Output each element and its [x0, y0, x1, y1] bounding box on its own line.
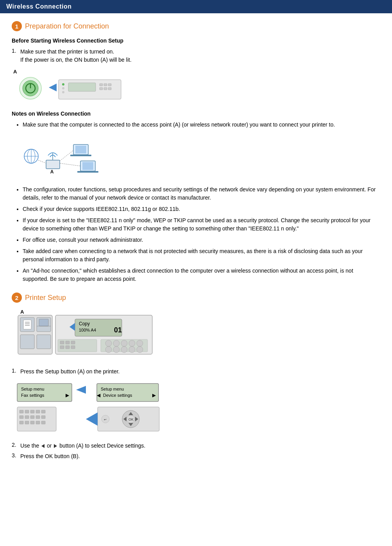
svg-marker-107 [86, 412, 98, 426]
svg-marker-78 [76, 386, 86, 394]
section-1-label: Preparation for Connection [25, 22, 109, 30]
svg-rect-87 [20, 416, 23, 419]
step-3-container: 3. Press the OK button (B). [12, 452, 380, 460]
printer-display-image: A [12, 308, 160, 361]
svg-rect-41 [39, 319, 48, 326]
section-2-number: 2 [12, 293, 22, 303]
svg-rect-69 [17, 384, 72, 401]
svg-rect-90 [36, 416, 40, 419]
printer-image-1: A [12, 68, 129, 103]
page-header: Wireless Connection [0, 0, 392, 13]
svg-rect-12 [104, 87, 107, 90]
svg-rect-95 [36, 421, 40, 424]
printer-display-container: A [12, 308, 380, 362]
bullet-6: Take added care when connecting to a net… [23, 247, 380, 264]
step-1-text: Make sure that the printer is turned on.… [20, 48, 132, 64]
svg-rect-29 [77, 171, 98, 173]
left-arrow-icon [41, 444, 45, 448]
svg-text:▶: ▶ [66, 393, 69, 398]
svg-rect-96 [41, 421, 45, 424]
svg-rect-9 [104, 84, 107, 86]
section-1-title: 1 Preparation for Connection [12, 21, 380, 31]
svg-rect-93 [25, 421, 29, 424]
svg-point-60 [121, 340, 127, 346]
notes-bullet-list: Make sure that the computer is connected… [12, 121, 380, 283]
bullet-1-text: Make sure that the computer is connected… [23, 121, 335, 128]
network-diagram: A [23, 133, 109, 178]
step-3-text: Press the OK button (B). [20, 452, 80, 460]
svg-rect-10 [108, 84, 111, 86]
svg-rect-11 [100, 87, 103, 90]
svg-point-64 [113, 346, 119, 353]
page-title: Wireless Connection [6, 3, 72, 10]
subsection-before-starting: Before Starting Wireless Connection Setu… [12, 37, 380, 104]
svg-point-62 [137, 340, 143, 346]
subsection-1-title: Before Starting Wireless Connection Setu… [12, 37, 380, 44]
svg-text:100% A4: 100% A4 [79, 328, 96, 332]
section-2-title: 2 Printer Setup [12, 293, 380, 303]
svg-point-67 [137, 346, 143, 353]
subsection-notes: Notes on Wireless Connection Make sure t… [12, 111, 380, 283]
svg-rect-55 [66, 346, 69, 349]
step-1-printer-setup: 1. Press the Setup button (A) on the pri… [12, 368, 380, 376]
svg-rect-8 [100, 84, 103, 86]
svg-point-61 [129, 340, 135, 346]
svg-rect-73 [97, 384, 159, 401]
svg-rect-94 [30, 421, 34, 424]
content-area: 1 Preparation for Connection Before Star… [0, 13, 392, 471]
svg-text:Device settings: Device settings [103, 393, 132, 398]
bullet-7: An "Ad-hoc connection," which establishe… [23, 267, 380, 283]
svg-text:01: 01 [114, 326, 122, 334]
setup-menu-image: Setup menu Fax settings ▶ Setup menu ◀ D… [12, 380, 164, 435]
section-2-label: Printer Setup [25, 294, 66, 302]
bullet-1: Make sure that the computer is connected… [23, 121, 380, 180]
svg-rect-86 [41, 410, 45, 413]
step-1-num: 1. [12, 48, 20, 64]
network-diagram-container: A [23, 133, 380, 180]
section-2: 2 Printer Setup A [12, 293, 380, 460]
svg-rect-54 [60, 346, 64, 349]
svg-rect-88 [25, 416, 29, 419]
step-1-main: Make sure that the printer is turned on. [20, 48, 114, 55]
step-1-ps-text: Press the Setup button (A) on the printe… [20, 368, 119, 376]
svg-rect-51 [60, 341, 64, 344]
svg-point-65 [121, 346, 127, 353]
svg-text:A: A [50, 169, 54, 175]
svg-rect-7 [68, 83, 96, 91]
section-1: 1 Preparation for Connection Before Star… [12, 21, 380, 283]
svg-text:A: A [13, 69, 17, 75]
svg-rect-85 [36, 410, 40, 413]
svg-text:Setup menu: Setup menu [101, 387, 124, 391]
step-1-container: 1. Make sure that the printer is turned … [12, 48, 380, 64]
right-arrow-icon [54, 444, 57, 448]
svg-point-15 [62, 87, 64, 89]
svg-rect-13 [108, 87, 111, 90]
printer-image-1-container: A [12, 68, 380, 104]
svg-rect-91 [41, 416, 45, 419]
step-2-container: 2. Use the or button (A) to select Devic… [12, 442, 380, 450]
step-1-ps-num: 1. [12, 368, 20, 376]
svg-point-63 [105, 346, 112, 353]
svg-rect-26 [70, 155, 91, 156]
svg-rect-89 [30, 416, 34, 419]
svg-rect-52 [66, 341, 69, 344]
svg-rect-56 [71, 346, 75, 349]
svg-rect-43 [20, 335, 34, 349]
svg-text:OK: OK [128, 418, 134, 421]
svg-text:◀: ◀ [97, 393, 101, 398]
svg-marker-5 [49, 84, 57, 91]
svg-text:▶: ▶ [152, 393, 156, 398]
svg-rect-36 [23, 320, 31, 329]
subsection-2-title: Notes on Wireless Connection [12, 111, 380, 117]
svg-text:↩: ↩ [104, 418, 107, 421]
bullet-5: For office use, consult your network adm… [23, 236, 380, 244]
svg-point-16 [62, 91, 64, 93]
svg-rect-92 [20, 421, 23, 424]
svg-text:Fax settings: Fax settings [21, 393, 45, 398]
svg-text:Setup menu: Setup menu [21, 387, 44, 391]
step-3-num: 3. [12, 452, 20, 460]
svg-point-58 [105, 340, 112, 346]
step-1-sub: If the power is on, the ON button (A) wi… [20, 57, 132, 63]
svg-point-66 [129, 346, 135, 353]
bullet-3: Check if your device supports IEEE802.11… [23, 205, 380, 213]
